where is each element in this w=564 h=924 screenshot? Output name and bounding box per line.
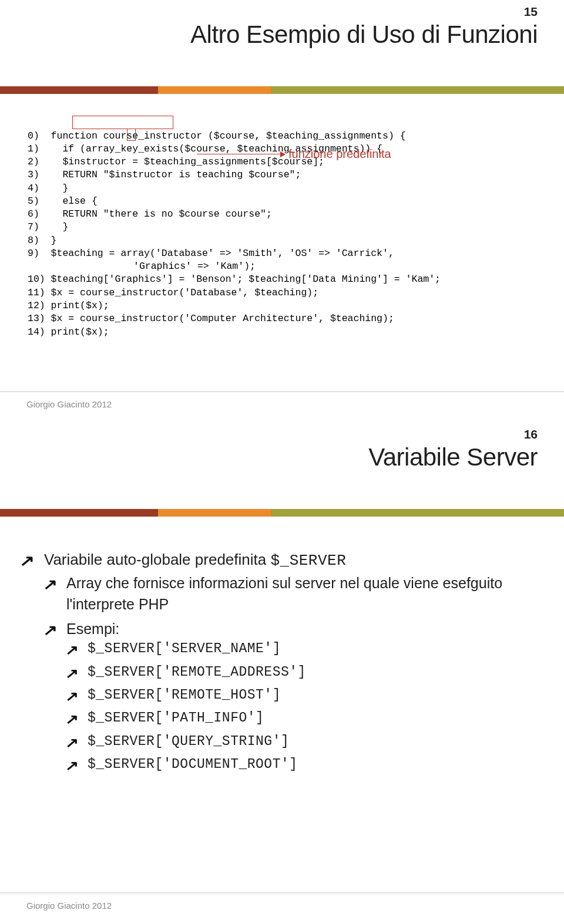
code-example: $_SERVER['PATH_INFO'] [66,709,564,728]
footer-text: Giorgio Giacinto 2012 [26,399,112,409]
code-example: $_SERVER['DOCUMENT_ROOT'] [66,755,564,774]
inline-code: $_SERVER [270,552,346,569]
code-line: 13) $x = course_instructor('Computer Arc… [28,313,394,324]
bullet-level2: Array che fornisce informazioni sul serv… [44,572,564,615]
annotation-arrow: funzione predefinita [197,146,391,162]
annotation-label: funzione predefinita [288,146,391,162]
accent-bar [0,86,564,94]
highlight-box-assign [127,129,136,141]
accent-bar [0,509,564,517]
code-line: 10) $teaching['Graphics'] = 'Benson'; $t… [28,274,441,285]
highlight-box-fn [72,116,173,129]
slide-title: Variabile Server [368,443,538,471]
bullet-text: Esempi: [66,621,119,637]
page-number: 16 [524,427,538,441]
code-example: $_SERVER['REMOTE_ADDRESS'] [66,663,564,682]
slide-1: 15 Altro Esempio di Uso di Funzioni 0) f… [0,0,564,423]
code-line: 'Graphics' => 'Kam'); [133,260,256,273]
code-line: 11) $x = course_instructor('Database', $… [28,287,318,298]
slide-footer: Giorgio Giacinto 2012 [0,391,564,423]
code-example: $_SERVER['REMOTE_HOST'] [66,686,564,705]
code-line: 14) print($x); [28,326,109,338]
bullet-list: Variabile auto-globale predefinita $_SER… [21,549,564,775]
footer-text: Giorgio Giacinto 2012 [26,901,112,910]
code-example: $_SERVER['QUERY_STRING'] [66,732,564,751]
code-line: 12) print($x); [28,300,109,311]
code-line: 5) else { [28,195,98,207]
code-line: 7) } [28,221,68,232]
code-line: 3) RETURN "$instructor is teaching $cour… [28,169,301,180]
page-number: 15 [524,5,538,19]
bullet-level1: Variabile auto-globale predefinita $_SER… [21,549,564,775]
arrow-icon [197,154,285,155]
slide-footer: Giorgio Giacinto 2012 [0,892,564,924]
code-example: $_SERVER['SERVER_NAME'] [66,639,564,659]
code-line: 6) RETURN "there is no $course course"; [28,208,272,220]
code-line: 8) } [28,235,57,246]
bullet-text: Variabile auto-globale predefinita [44,551,270,568]
code-line: 9) $teaching = array('Database' => 'Smit… [28,248,394,259]
slide-title: Altro Esempio di Uso di Funzioni [190,21,538,49]
code-line: 4) } [28,183,68,194]
slide-2: 16 Variabile Server Variabile auto-globa… [0,423,564,924]
code-line: 0) function course_instructor ($course, … [28,130,406,141]
bullet-level2: Esempi: $_SERVER['SERVER_NAME'] $_SERVER… [44,618,564,774]
